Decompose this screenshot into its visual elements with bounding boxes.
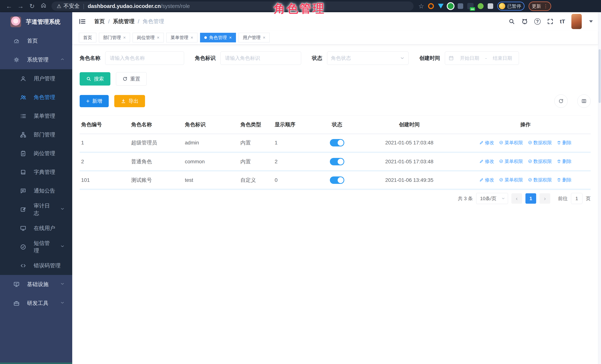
- sidebar-item-users[interactable]: 用户管理: [0, 69, 72, 88]
- status-toggle[interactable]: [330, 158, 344, 165]
- app-logo[interactable]: 芋道管理系统: [0, 12, 72, 31]
- sidebar-item-sms[interactable]: 短信管理: [0, 237, 72, 256]
- role-key-input[interactable]: [220, 51, 301, 65]
- close-icon[interactable]: ×: [190, 35, 193, 40]
- edit-action[interactable]: 修改: [479, 177, 494, 183]
- sidebar-item-dev-tools[interactable]: 研发工具: [0, 294, 72, 313]
- close-icon[interactable]: ×: [229, 35, 232, 40]
- column-settings-button[interactable]: [577, 94, 591, 108]
- extension-icon[interactable]: on: [467, 3, 474, 9]
- start-date-placeholder: 开始日期: [457, 55, 483, 61]
- sidebar-item-menus[interactable]: 菜单管理: [0, 107, 72, 125]
- delete-action[interactable]: 删除: [557, 158, 571, 164]
- next-page-button[interactable]: ›: [540, 193, 550, 204]
- user-avatar[interactable]: [571, 14, 582, 29]
- columns-icon: [581, 98, 587, 104]
- delete-action[interactable]: 删除: [557, 177, 571, 183]
- delete-action[interactable]: 删除: [557, 140, 571, 146]
- breadcrumb: 首页 / 系统管理 / 角色管理: [94, 18, 164, 25]
- header-actions: ? tT: [508, 14, 593, 29]
- update-label: 更新: [532, 3, 541, 9]
- profile-paused-chip[interactable]: 已暂停: [497, 2, 524, 10]
- search-icon[interactable]: [508, 18, 515, 25]
- extension-icon[interactable]: [478, 3, 484, 9]
- sidebar-item-notices[interactable]: 通知公告: [0, 181, 72, 200]
- sidebar-item-system[interactable]: 系统管理: [0, 50, 72, 69]
- menu-permission-action[interactable]: 菜单权限: [499, 177, 523, 183]
- extension-icon[interactable]: [438, 4, 444, 9]
- data-permission-action[interactable]: 数据权限: [528, 140, 552, 146]
- data-permission-action[interactable]: 数据权限: [528, 177, 552, 183]
- cell-role-id: 101: [80, 171, 130, 189]
- status-select[interactable]: 角色状态: [327, 51, 409, 65]
- refresh-table-button[interactable]: [554, 94, 568, 108]
- sitemap-icon: [20, 132, 26, 138]
- close-icon[interactable]: ×: [123, 35, 126, 40]
- cell-created: 2021-01-05 17:03:48: [358, 134, 460, 152]
- extension-icon[interactable]: [428, 3, 434, 9]
- sidebar-item-online-users[interactable]: 在线用户: [0, 219, 72, 237]
- add-button-label: 新增: [92, 98, 102, 104]
- search-button[interactable]: 搜索: [80, 72, 110, 86]
- tab-departments[interactable]: 部门管理 ×: [99, 33, 130, 42]
- goto-page-input[interactable]: [571, 193, 582, 204]
- page-size-select[interactable]: 10条/页: [476, 193, 508, 204]
- status-toggle[interactable]: [330, 177, 344, 184]
- status-toggle[interactable]: [330, 139, 344, 147]
- sidebar-item-infrastructure[interactable]: 基础设施: [0, 275, 72, 294]
- sidebar-item-departments[interactable]: 部门管理: [0, 125, 72, 144]
- tab-home[interactable]: 首页: [79, 33, 96, 42]
- prev-page-button[interactable]: ‹: [511, 193, 522, 204]
- bookmark-star-icon[interactable]: ☆: [418, 2, 424, 10]
- app-title: 芋道管理系统: [26, 18, 60, 26]
- chrome-update-button[interactable]: 更新 ⋮: [529, 1, 551, 11]
- sidebar-item-roles[interactable]: 角色管理: [0, 88, 72, 107]
- font-size-icon[interactable]: tT: [560, 18, 565, 25]
- reset-button[interactable]: 重置: [116, 72, 147, 86]
- sidebar-item-dictionary[interactable]: 字典管理: [0, 163, 72, 181]
- close-icon[interactable]: ×: [157, 35, 160, 40]
- sidebar-item-posts[interactable]: 岗位管理: [0, 144, 72, 163]
- extension-icon[interactable]: [458, 3, 463, 9]
- github-icon[interactable]: [521, 18, 528, 25]
- page-scrollbar[interactable]: [598, 12, 601, 364]
- tab-posts[interactable]: 岗位管理 ×: [133, 33, 164, 42]
- filter-form: 角色名称 角色标识 状态 角色状态 创建时间 开始日期 -: [80, 51, 591, 65]
- fullscreen-icon[interactable]: [547, 18, 554, 25]
- menu-permission-action[interactable]: 菜单权限: [499, 140, 523, 146]
- menu-permission-action[interactable]: 菜单权限: [499, 158, 523, 164]
- add-button[interactable]: + 新增: [80, 95, 109, 107]
- sidebar-item-audit-logs[interactable]: 审计日志: [0, 200, 72, 219]
- address-bar[interactable]: ⚠ 不安全 | dashboard.yudao.iocoder.cn/syste…: [51, 1, 414, 11]
- tab-menus[interactable]: 菜单管理 ×: [166, 33, 197, 42]
- search-icon: [86, 76, 91, 81]
- tab-roles[interactable]: 角色管理 ×: [200, 33, 236, 42]
- data-permission-action[interactable]: 数据权限: [528, 158, 552, 164]
- scrollbar-thumb[interactable]: [599, 49, 601, 103]
- close-icon[interactable]: ×: [263, 35, 265, 40]
- browser-reload-icon[interactable]: ↻: [26, 2, 38, 10]
- avatar-caret-icon[interactable]: [589, 20, 593, 23]
- code-icon: [20, 263, 26, 269]
- extensions-puzzle-icon[interactable]: [488, 3, 493, 9]
- browser-home-icon[interactable]: [38, 2, 49, 10]
- sidebar-item-home[interactable]: 首页: [0, 31, 72, 50]
- page-number-button[interactable]: 1: [525, 193, 536, 204]
- browser-forward-icon[interactable]: →: [15, 3, 26, 10]
- extension-icon[interactable]: [448, 3, 454, 9]
- browser-back-icon[interactable]: ←: [3, 3, 15, 10]
- edit-action[interactable]: 修改: [479, 158, 494, 164]
- help-icon[interactable]: ?: [534, 18, 541, 25]
- date-range-picker[interactable]: 开始日期 - 结束日期: [445, 51, 519, 65]
- chrome-menu-icon[interactable]: ⋮: [543, 3, 548, 9]
- edit-action[interactable]: 修改: [479, 140, 494, 146]
- gear-icon: [13, 57, 20, 63]
- system-submenu: 用户管理 角色管理 菜单管理 部门管理 岗位管理 字典管理: [0, 69, 72, 275]
- role-name-input[interactable]: [105, 51, 184, 65]
- tab-users[interactable]: 用户管理 ×: [239, 33, 270, 42]
- export-button[interactable]: 导出: [114, 95, 145, 107]
- breadcrumb-item-system[interactable]: 系统管理: [113, 18, 134, 25]
- sidebar-item-error-codes[interactable]: 错误码管理: [0, 256, 72, 275]
- hamburger-icon[interactable]: [79, 18, 86, 25]
- breadcrumb-item-home[interactable]: 首页: [94, 18, 105, 25]
